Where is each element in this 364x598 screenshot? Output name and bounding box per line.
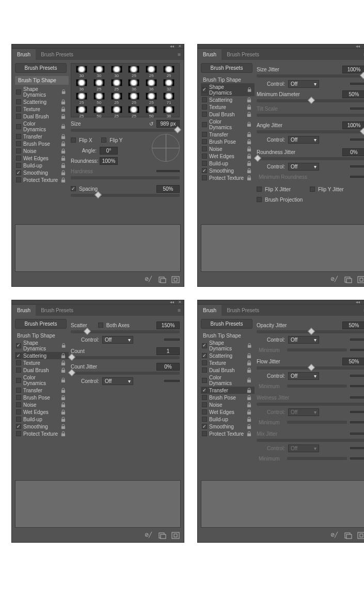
brush-presets-button[interactable]: Brush Presets — [15, 63, 67, 73]
sidebar-checkbox[interactable] — [16, 395, 21, 400]
lock-icon[interactable] — [247, 168, 251, 174]
sidebar-checkbox[interactable] — [202, 353, 207, 358]
brush-thumb[interactable]: 36 — [126, 79, 143, 91]
size-jitter-slider[interactable] — [257, 74, 364, 78]
sidebar-item-transfer[interactable]: Transfer — [15, 133, 69, 140]
lock-icon[interactable] — [247, 409, 251, 415]
lock-icon[interactable] — [61, 417, 66, 422]
spacing-input[interactable]: 50% — [156, 185, 180, 193]
sidebar-checkbox[interactable] — [202, 360, 207, 365]
sidebar-item-scattering[interactable]: Scattering — [201, 96, 255, 103]
round-jitter-input[interactable]: 0% — [342, 148, 364, 156]
brush-thumb[interactable]: 25 — [73, 106, 90, 118]
sidebar-item-shape-dynamics[interactable]: Shape Dynamics — [201, 83, 255, 96]
sidebar-checkbox[interactable] — [202, 409, 207, 415]
sidebar-item-brush-pose[interactable]: Brush Pose — [201, 138, 255, 145]
brush-thumb[interactable]: 50 — [91, 93, 107, 105]
sidebar-item-wet-edges[interactable]: Wet Edges — [201, 408, 255, 416]
sidebar-item-brush-pose[interactable]: Brush Pose — [201, 394, 255, 401]
brush-thumb[interactable]: 36 — [143, 79, 160, 91]
lock-icon[interactable] — [247, 139, 251, 145]
lock-icon[interactable] — [247, 395, 251, 401]
sidebar-item-protect-texture[interactable]: Protect Texture — [201, 430, 255, 437]
sidebar-item-wet-edges[interactable]: Wet Edges — [15, 155, 69, 162]
lock-icon[interactable] — [247, 367, 251, 373]
count-jitter-control-select[interactable]: Off▾ — [102, 377, 133, 385]
brush-thumb[interactable]: 36 — [161, 106, 177, 118]
sidebar-checkbox[interactable] — [202, 395, 207, 400]
sidebar-checkbox[interactable] — [202, 431, 207, 436]
sidebar-checkbox[interactable] — [202, 122, 207, 127]
lock-icon[interactable] — [61, 409, 66, 415]
brush-thumb[interactable]: 25 — [108, 106, 125, 118]
sidebar-checkbox[interactable] — [16, 431, 21, 436]
opacity-jitter-slider[interactable] — [257, 330, 364, 333]
lock-icon[interactable] — [61, 106, 66, 112]
sidebar-checkbox[interactable] — [202, 146, 207, 151]
sidebar-item-build-up[interactable]: Build-up — [15, 416, 69, 423]
lock-icon[interactable] — [61, 377, 66, 383]
brush-thumb[interactable]: 25 — [108, 93, 125, 105]
lock-icon[interactable] — [61, 177, 66, 183]
lock-icon[interactable] — [247, 161, 251, 166]
sidebar-checkbox[interactable] — [202, 402, 207, 407]
flipx-checkbox[interactable] — [71, 137, 76, 143]
sidebar-checkbox[interactable] — [16, 353, 21, 358]
lock-icon[interactable] — [247, 154, 251, 159]
sidebar-item-dual-brush[interactable]: Dual Brush — [15, 366, 69, 374]
brush-tip-shape-item[interactable]: Brush Tip Shape — [15, 76, 69, 85]
brush-thumb[interactable]: 30 — [73, 66, 90, 78]
sidebar-checkbox[interactable] — [16, 148, 21, 154]
lock-icon[interactable] — [247, 343, 251, 348]
lock-icon[interactable] — [61, 148, 66, 154]
opacity-jitter-input[interactable]: 50% — [342, 321, 364, 329]
spacing-slider[interactable] — [71, 194, 180, 197]
brush-thumb[interactable]: 25 — [126, 106, 143, 118]
sidebar-item-build-up[interactable]: Build-up — [15, 162, 69, 169]
size-jitter-input[interactable]: 100% — [342, 66, 364, 73]
sidebar-checkbox[interactable] — [16, 378, 21, 383]
sidebar-checkbox[interactable] — [16, 134, 21, 139]
sidebar-checkbox[interactable] — [202, 175, 207, 180]
sidebar-item-shape-dynamics[interactable]: Shape Dynamics — [15, 339, 69, 352]
lock-icon[interactable] — [61, 156, 66, 161]
sidebar-checkbox[interactable] — [16, 99, 21, 104]
brush-thumb[interactable]: 50 — [91, 106, 107, 118]
sidebar-item-build-up[interactable]: Build-up — [201, 416, 255, 423]
lock-icon[interactable] — [247, 132, 251, 137]
sidebar-item-smoothing[interactable]: Smoothing — [201, 167, 255, 174]
sidebar-item-noise[interactable]: Noise — [201, 145, 255, 152]
roundness-input[interactable]: 100% — [100, 157, 118, 165]
lock-icon[interactable] — [247, 360, 251, 366]
brush-thumb[interactable]: 25 — [143, 66, 160, 78]
sidebar-checkbox[interactable] — [16, 106, 21, 112]
sidebar-checkbox[interactable] — [202, 168, 207, 173]
angle-jitter-slider[interactable] — [257, 130, 364, 133]
sidebar-checkbox[interactable] — [16, 402, 21, 407]
sidebar-checkbox[interactable] — [202, 104, 207, 110]
sidebar-item-build-up[interactable]: Build-up — [201, 160, 255, 167]
lock-icon[interactable] — [247, 417, 251, 422]
size-slider[interactable] — [71, 129, 180, 132]
sidebar-checkbox[interactable] — [16, 367, 21, 373]
both-axes-checkbox[interactable] — [98, 323, 103, 328]
overlay-icon[interactable] — [171, 276, 180, 283]
lock-icon[interactable] — [61, 431, 66, 437]
brush-thumb[interactable]: 25 — [126, 93, 143, 105]
sidebar-checkbox[interactable] — [202, 132, 207, 137]
sidebar-item-texture[interactable]: Texture — [201, 103, 255, 111]
menu-icon[interactable]: ≡ — [178, 52, 181, 57]
sidebar-item-texture[interactable]: Texture — [201, 359, 255, 366]
sidebar-checkbox[interactable] — [16, 89, 21, 95]
brush-thumb[interactable]: 25 — [108, 79, 125, 91]
close-icon[interactable]: ✕ — [178, 44, 182, 49]
lock-icon[interactable] — [61, 395, 66, 401]
sidebar-item-wet-edges[interactable]: Wet Edges — [201, 152, 255, 160]
count-input[interactable]: 1 — [156, 347, 180, 355]
flipy-jitter-checkbox[interactable] — [310, 187, 315, 192]
sidebar-item-transfer[interactable]: Transfer — [201, 387, 255, 394]
lock-icon[interactable] — [61, 170, 66, 176]
lock-icon[interactable] — [61, 424, 66, 430]
brush-thumb[interactable]: 32 — [161, 79, 177, 91]
sidebar-item-color-dynamics[interactable]: Color Dynamics — [15, 374, 69, 387]
